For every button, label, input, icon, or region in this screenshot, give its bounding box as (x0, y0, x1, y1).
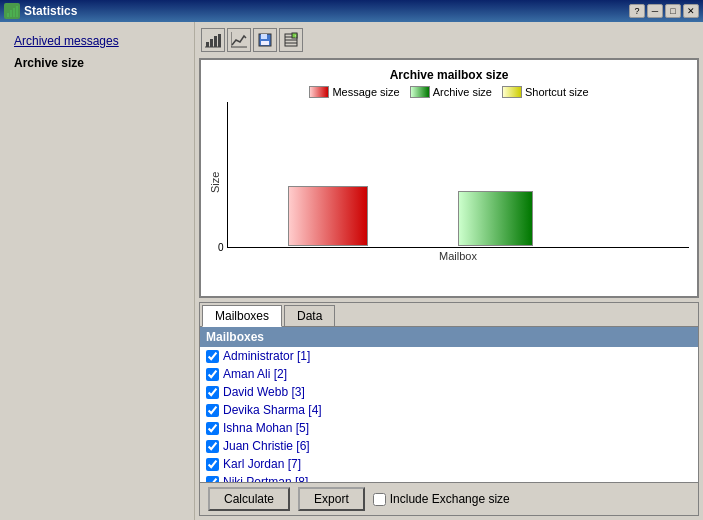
include-exchange-text: Include Exchange size (390, 492, 510, 506)
bar-message-size (288, 186, 368, 246)
mailbox-checkbox[interactable] (206, 386, 219, 399)
svg-rect-1 (10, 10, 12, 17)
svg-rect-13 (261, 41, 269, 45)
list-item[interactable]: Ishna Mohan [5] (200, 419, 698, 437)
chart-y-label: Size (209, 102, 227, 262)
bar-group-2 (458, 191, 533, 246)
chart-container: Archive mailbox size Message size Archiv… (199, 58, 699, 298)
mailbox-checkbox[interactable] (206, 422, 219, 435)
list-item[interactable]: Administrator [1] (200, 347, 698, 365)
legend-label-archive: Archive size (433, 86, 492, 98)
maximize-button[interactable]: □ (665, 4, 681, 18)
tab-data[interactable]: Data (284, 305, 335, 326)
legend-box-shortcut (502, 86, 522, 98)
mailbox-item-label: Karl Jordan [7] (223, 457, 301, 471)
list-item[interactable]: Niki Portman [8] (200, 473, 698, 482)
svg-rect-5 (210, 39, 213, 47)
export-action-button[interactable]: Export (298, 487, 365, 511)
sidebar: Archived messages Archive size (0, 22, 195, 520)
chart-body: Size 0 Mailbox (209, 102, 689, 262)
minimize-button[interactable]: ─ (647, 4, 663, 18)
legend-box-archive (410, 86, 430, 98)
list-item[interactable]: Devika Sharma [4] (200, 401, 698, 419)
svg-rect-0 (7, 13, 9, 17)
sidebar-item-archived-messages[interactable]: Archived messages (10, 32, 184, 50)
tab-bar: Mailboxes Data (200, 303, 698, 327)
svg-rect-2 (13, 8, 15, 17)
legend-label-message: Message size (332, 86, 399, 98)
toolbar: ↑ (199, 26, 699, 54)
legend-box-message (309, 86, 329, 98)
tab-mailboxes[interactable]: Mailboxes (202, 305, 282, 327)
close-button[interactable]: ✕ (683, 4, 699, 18)
mailbox-item-label: Devika Sharma [4] (223, 403, 322, 417)
mailbox-item-label: Administrator [1] (223, 349, 310, 363)
list-item[interactable]: Karl Jordan [7] (200, 455, 698, 473)
chart-title: Archive mailbox size (209, 68, 689, 82)
sidebar-item-archive-size[interactable]: Archive size (10, 54, 184, 72)
bar-archive-size (458, 191, 533, 246)
mailbox-header: Mailboxes (200, 327, 698, 347)
mailbox-list[interactable]: Administrator [1]Aman Ali [2]David Webb … (200, 347, 698, 482)
export-button[interactable]: ↑ (279, 28, 303, 52)
list-item[interactable]: Aman Ali [2] (200, 365, 698, 383)
action-bar: Calculate Export Include Exchange size (200, 482, 698, 515)
window-controls: ? ─ □ ✕ (629, 4, 699, 18)
mailbox-item-label: David Webb [3] (223, 385, 305, 399)
legend-archive-size: Archive size (410, 86, 492, 98)
mailbox-checkbox[interactable] (206, 350, 219, 363)
include-exchange-checkbox[interactable] (373, 493, 386, 506)
include-exchange-label[interactable]: Include Exchange size (373, 492, 510, 506)
main-container: Archived messages Archive size (0, 22, 703, 520)
mailbox-checkbox[interactable] (206, 404, 219, 417)
mailbox-item-label: Ishna Mohan [5] (223, 421, 309, 435)
svg-rect-3 (16, 6, 18, 17)
legend-shortcut-size: Shortcut size (502, 86, 589, 98)
bottom-panel: Mailboxes Data Mailboxes Administrator [… (199, 302, 699, 516)
svg-rect-6 (214, 36, 217, 47)
chart-plot: 0 (227, 102, 689, 248)
mailbox-checkbox[interactable] (206, 440, 219, 453)
legend-message-size: Message size (309, 86, 399, 98)
mailbox-item-label: Juan Christie [6] (223, 439, 310, 453)
window-title: Statistics (24, 4, 629, 18)
chart-x-label: Mailbox (227, 250, 689, 262)
content-area: ↑ Archive mailbox size Message size Arch… (195, 22, 703, 520)
line-chart-button[interactable] (227, 28, 251, 52)
mailbox-checkbox[interactable] (206, 368, 219, 381)
list-item[interactable]: David Webb [3] (200, 383, 698, 401)
chart-zero-label: 0 (218, 242, 224, 253)
svg-rect-7 (218, 34, 221, 47)
list-item[interactable]: Juan Christie [6] (200, 437, 698, 455)
mailbox-checkbox[interactable] (206, 458, 219, 471)
app-icon (4, 3, 20, 19)
calculate-button[interactable]: Calculate (208, 487, 290, 511)
mailbox-item-label: Aman Ali [2] (223, 367, 287, 381)
titlebar: Statistics ? ─ □ ✕ (0, 0, 703, 22)
mailbox-item-label: Niki Portman [8] (223, 475, 308, 482)
bar-chart-button[interactable] (201, 28, 225, 52)
chart-legend: Message size Archive size Shortcut size (209, 86, 689, 98)
svg-rect-12 (261, 34, 267, 39)
svg-text:↑: ↑ (294, 33, 297, 39)
save-button[interactable] (253, 28, 277, 52)
help-button[interactable]: ? (629, 4, 645, 18)
svg-rect-4 (206, 42, 209, 47)
legend-label-shortcut: Shortcut size (525, 86, 589, 98)
bar-group-1 (288, 186, 368, 246)
